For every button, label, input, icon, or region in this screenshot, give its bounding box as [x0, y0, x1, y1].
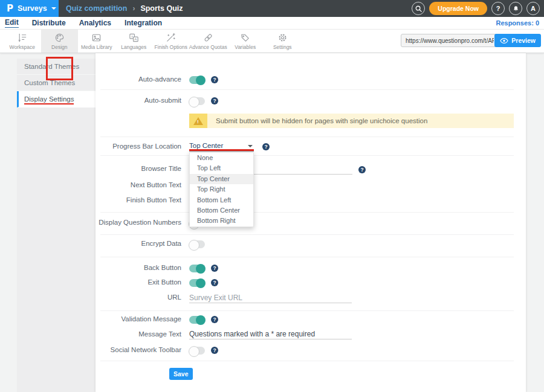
back-button-toggle[interactable] [189, 265, 205, 272]
breadcrumb: Quiz competition › Sports Quiz [66, 4, 183, 13]
encrypt-data-label: Encrypt Data [141, 240, 181, 247]
gear-icon [277, 32, 288, 43]
chain-link-icon [202, 32, 214, 43]
surveys-menu[interactable]: P Surveys [0, 0, 59, 17]
preview-button[interactable]: Preview [494, 34, 541, 47]
dropdown-option-bottom-center[interactable]: Bottom Center [190, 205, 253, 216]
help-button[interactable]: ? [491, 2, 505, 15]
help-icon[interactable] [358, 166, 366, 173]
nav-tab-integration[interactable]: Integration [125, 19, 162, 27]
encrypt-data-toggle[interactable] [189, 240, 205, 248]
dropdown-option-top-right[interactable]: Top Right [190, 184, 253, 194]
dropdown-option-top-left[interactable]: Top Left [190, 163, 253, 173]
display-question-numbers-label: Display Question Numbers [99, 219, 181, 226]
help-icon[interactable] [211, 265, 218, 272]
validation-message-label: Validation Message [121, 315, 181, 323]
exit-button-label: Exit Button [147, 278, 181, 286]
bell-icon [512, 5, 520, 13]
divider [100, 310, 514, 311]
display-settings-panel: Auto-advance Auto-submit Submit button w… [96, 53, 526, 392]
next-button-text-label: Next Button Text [131, 181, 181, 188]
header-actions: Upgrade Now ? A [412, 2, 544, 15]
help-icon[interactable] [211, 316, 218, 323]
responses-count[interactable]: Responses: 0 [496, 19, 544, 27]
translate-icon: xA [128, 32, 140, 43]
survey-nav: Edit Distribute Analytics Integration Re… [0, 17, 544, 30]
questionpro-logo: P [7, 3, 13, 14]
palette-icon [54, 32, 65, 43]
dropdown-option-bottom-right[interactable]: Bottom Right [190, 216, 253, 226]
survey-url-box [401, 34, 504, 47]
chevron-down-icon [51, 7, 56, 12]
breadcrumb-folder[interactable]: Quiz competition [66, 4, 127, 13]
toolbar-item-design[interactable]: Design [41, 30, 79, 53]
divider [100, 257, 514, 257]
annotation-underline-display-settings: Display Settings [24, 95, 74, 104]
browser-title-label: Browser Title [141, 165, 181, 172]
divider [100, 89, 514, 90]
warning-text: Submit button will be hidden for pages w… [207, 117, 427, 124]
toolbar-item-settings[interactable]: Settings [264, 30, 302, 53]
warning-icon-strip [189, 114, 207, 128]
divider [100, 212, 514, 213]
breadcrumb-survey: Sports Quiz [140, 4, 183, 13]
dropdown-option-bottom-left[interactable]: Bottom Left [190, 195, 253, 205]
toolbar-item-advance-quotas[interactable]: Advance Quotas [190, 30, 227, 53]
progress-options-dropdown: None Top Left Top Center Top Right Botto… [189, 152, 254, 227]
auto-submit-toggle[interactable] [189, 97, 205, 105]
tag-icon [239, 32, 251, 43]
divider [100, 155, 514, 156]
auto-submit-label: Auto-submit [144, 97, 181, 104]
back-button-label: Back Button [144, 264, 181, 271]
progress-bar-selected-value: Top Center [189, 142, 223, 149]
account-button[interactable]: A [526, 2, 540, 15]
workspace-icon [16, 32, 28, 43]
dropdown-option-top-center[interactable]: Top Center [190, 174, 253, 184]
help-icon[interactable] [211, 279, 218, 286]
help-icon[interactable] [211, 76, 218, 83]
warning-icon [193, 117, 203, 125]
edit-toolbar: Workspace Design Media Library xA Langua… [0, 30, 544, 53]
exit-button-toggle[interactable] [189, 279, 205, 287]
annotation-box-design [46, 57, 73, 80]
sidebar-item-display-settings[interactable]: Display Settings [17, 91, 96, 108]
divider [100, 137, 514, 137]
design-sidebar: Standard Themes Custom Themes Display Se… [17, 59, 96, 392]
toolbar-item-workspace[interactable]: Workspace [4, 30, 41, 53]
help-icon[interactable] [262, 143, 270, 150]
help-icon[interactable] [211, 97, 218, 104]
search-button[interactable] [412, 2, 425, 15]
message-text-input[interactable] [189, 329, 352, 339]
toolbar-item-finish-options[interactable]: Finish Options [152, 30, 190, 53]
divider [100, 361, 514, 361]
search-icon [415, 5, 423, 13]
eye-icon [500, 37, 508, 44]
nav-tab-edit[interactable]: Edit [5, 18, 19, 28]
upgrade-now-button[interactable]: Upgrade Now [429, 2, 487, 15]
message-text-label: Message Text [138, 330, 181, 338]
social-network-toolbar-toggle[interactable] [189, 347, 205, 355]
validation-message-toggle[interactable] [189, 316, 205, 324]
progress-bar-location-label: Progress Bar Location [112, 143, 181, 150]
toolbar-item-media-library[interactable]: Media Library [78, 30, 115, 53]
finish-button-text-label: Finish Button Text [126, 196, 181, 204]
annotation-underline-progress-select [189, 149, 254, 151]
notifications-button[interactable] [509, 2, 522, 15]
toolbar-item-variables[interactable]: Variables [227, 30, 264, 53]
auto-advance-toggle[interactable] [189, 76, 205, 84]
dropdown-option-none[interactable]: None [190, 153, 253, 163]
magic-wand-icon [165, 32, 176, 43]
divider [100, 234, 514, 235]
help-icon[interactable] [211, 347, 218, 354]
social-network-toolbar-label: Social Network Toolbar [111, 346, 181, 353]
survey-exit-url-input[interactable] [189, 293, 352, 303]
warning-banner: Submit button will be hidden for pages w… [189, 114, 514, 128]
breadcrumb-separator-icon: › [132, 4, 135, 13]
svg-text:x: x [131, 34, 133, 38]
toolbar-item-languages[interactable]: xA Languages [115, 30, 153, 53]
save-button[interactable]: Save [169, 368, 193, 380]
auto-advance-label: Auto-advance [138, 76, 181, 83]
nav-tab-distribute[interactable]: Distribute [32, 19, 66, 27]
nav-tab-analytics[interactable]: Analytics [79, 19, 111, 27]
survey-url-input[interactable] [406, 37, 494, 44]
